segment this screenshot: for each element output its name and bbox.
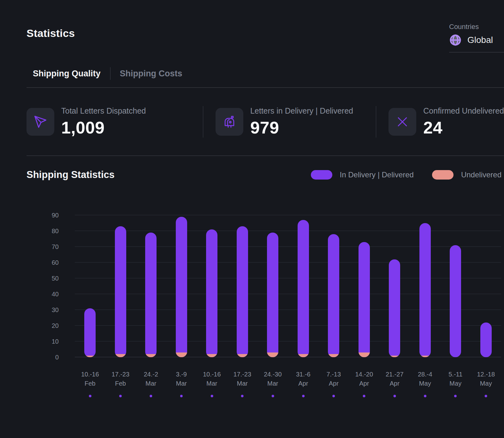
gridline-70: [75, 246, 501, 247]
send-icon: [33, 115, 47, 129]
bar-17.-23-Feb: [115, 226, 126, 357]
stat-card-in-delivery: Letters in Delivery | Delivered 979: [203, 106, 376, 137]
legend-pill-undelivered: [432, 170, 454, 180]
statistics-page: Statistics Countries Global Shipping Qua…: [0, 0, 504, 438]
mailbox-icon-box: [216, 108, 243, 136]
bar-21.-27-Apr: [389, 259, 400, 357]
legend-label: In Delivery | Delivered: [340, 170, 414, 179]
countries-select[interactable]: Countries Global: [449, 23, 504, 52]
section-divider: [27, 156, 504, 156]
bar-14.-20-Apr: [359, 242, 370, 357]
bar-10.-16-Feb: [84, 308, 96, 357]
bar-undelivered-segment: [359, 352, 370, 357]
page-title: Statistics: [27, 0, 504, 39]
x-tick-label-14.-20-Apr: 14.-20Apr: [355, 370, 373, 397]
legend-pill-delivered: [311, 170, 332, 180]
y-tick-label-0: 0: [55, 354, 59, 361]
x-tick-label-24.-2-Mar: 24.-2Mar: [144, 370, 158, 397]
legend-item-undelivered[interactable]: Undelivered: [432, 170, 501, 180]
x-axis-dot: [271, 395, 274, 397]
bar-17.-23-Mar: [237, 226, 248, 357]
x-axis-dot: [89, 395, 91, 397]
x-axis-dot: [393, 395, 396, 397]
chart-legend: In Delivery | Delivered Undelivered: [311, 170, 501, 180]
shipping-statistics-chart: 0102030405060708090: [27, 215, 504, 357]
y-tick-label-70: 70: [52, 243, 59, 250]
stat-card-total-dispatched: Total Letters Dispatched 1,009: [27, 106, 203, 137]
x-axis-dot: [119, 395, 122, 397]
chart-x-axis: 10.-16Feb17.-23Feb24.-2Mar3.-9Mar10.-16M…: [75, 370, 501, 411]
mailbox-icon: [222, 115, 236, 129]
x-tick-label-3.-9-Mar: 3.-9Mar: [176, 370, 187, 397]
gridline-60: [75, 262, 501, 263]
x-tick-label-10.-16-Mar: 10.-16Mar: [203, 370, 221, 397]
bar-24.-30-Mar: [267, 233, 278, 357]
stat-text: Letters in Delivery | Delivered 979: [250, 106, 353, 137]
stat-label: Confirmed Undelivered: [423, 106, 504, 115]
x-icon: [395, 115, 409, 129]
gridline-20: [75, 325, 501, 326]
x-tick-label-21.-27-Apr: 21.-27Apr: [386, 370, 404, 397]
stat-label: Letters in Delivery | Delivered: [250, 106, 353, 115]
chart-y-axis: 0102030405060708090: [27, 215, 59, 357]
stat-value: 979: [250, 118, 353, 137]
bar-undelivered-segment: [176, 352, 187, 357]
bar-3.-9-Mar: [176, 217, 187, 357]
x-tick-label-10.-16-Feb: 10.-16Feb: [81, 370, 99, 397]
legend-item-delivered[interactable]: In Delivery | Delivered: [311, 170, 414, 180]
x-tick-label-31.-6-Apr: 31.-6Apr: [296, 370, 311, 397]
x-axis-dot: [180, 395, 183, 397]
gridline-50: [75, 278, 501, 278]
send-icon-box: [27, 108, 54, 136]
y-tick-label-90: 90: [52, 212, 59, 219]
bar-28.-4-May: [419, 223, 431, 357]
bar-5.-11-May: [450, 245, 461, 357]
gridline-90: [75, 215, 501, 215]
globe-icon: [449, 34, 462, 46]
y-tick-label-60: 60: [52, 259, 59, 266]
x-icon-box: [388, 108, 416, 136]
x-axis-dot: [363, 395, 365, 397]
gridline-40: [75, 294, 501, 294]
stat-value: 1,009: [61, 118, 146, 137]
section-title: Shipping Statistics: [27, 169, 115, 181]
y-tick-label-40: 40: [52, 291, 59, 298]
bar-12.-18-May: [480, 323, 492, 357]
gridline-80: [75, 231, 501, 231]
tab-shipping-quality[interactable]: Shipping Quality: [33, 69, 101, 79]
y-tick-label-10: 10: [52, 338, 59, 345]
gridline-30: [75, 310, 501, 310]
x-axis-dot: [210, 395, 213, 397]
gridline-0: [75, 357, 501, 357]
y-tick-label-30: 30: [52, 306, 59, 313]
stat-label: Total Letters Dispatched: [61, 106, 146, 115]
tabs: Shipping Quality Shipping Costs: [27, 67, 504, 80]
x-tick-label-17.-23-Feb: 17.-23Feb: [111, 370, 129, 397]
tab-shipping-costs[interactable]: Shipping Costs: [120, 69, 182, 79]
bar-10.-16-Mar: [206, 229, 217, 357]
legend-label: Undelivered: [461, 170, 501, 179]
x-axis-dot: [424, 395, 426, 397]
chart-header: Shipping Statistics In Delivery | Delive…: [27, 169, 504, 181]
y-tick-label-50: 50: [52, 275, 59, 282]
stats-row: Total Letters Dispatched 1,009 Letters i…: [27, 106, 504, 138]
countries-select-label: Countries: [449, 23, 504, 31]
y-tick-label-80: 80: [52, 228, 59, 234]
x-axis-dot: [454, 395, 457, 397]
gridline-10: [75, 341, 501, 341]
bar-7.-13-Apr: [328, 234, 339, 357]
countries-select-value: Global: [449, 34, 504, 46]
x-tick-label-7.-13-Apr: 7.-13Apr: [326, 370, 341, 397]
x-tick-label-5.-11-May: 5.-11May: [448, 370, 462, 397]
chart-plot: [75, 215, 501, 357]
x-axis-dot: [150, 395, 152, 397]
stat-value: 24: [423, 118, 504, 137]
tabs-underline: [27, 87, 504, 88]
x-axis-dot: [302, 395, 305, 397]
x-axis-dot: [332, 395, 335, 397]
bar-31.-6-Apr: [298, 220, 309, 357]
stat-text: Total Letters Dispatched 1,009: [61, 106, 146, 137]
x-axis-dot: [485, 395, 487, 397]
y-tick-label-20: 20: [52, 322, 59, 329]
x-axis-dot: [241, 395, 244, 397]
